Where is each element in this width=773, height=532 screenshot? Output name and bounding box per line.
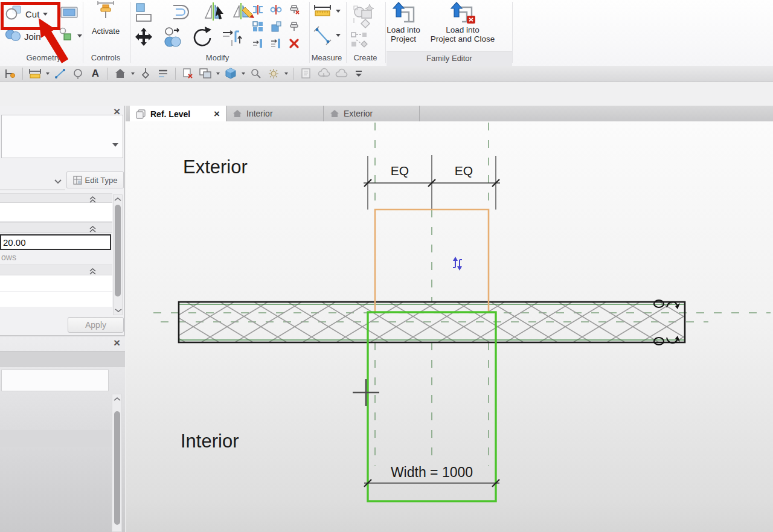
- thin-lines-icon[interactable]: [156, 67, 170, 80]
- aligned-dimension-icon[interactable]: [28, 67, 42, 80]
- close-inactive-windows-icon[interactable]: [181, 67, 194, 80]
- activate-label: Activate: [88, 27, 124, 36]
- interior-label[interactable]: Interior: [181, 431, 239, 452]
- scroll-up-icon[interactable]: [113, 396, 121, 402]
- trim-extend-icon: [221, 27, 245, 48]
- elevation-home-icon: [330, 109, 339, 118]
- create-panel-label: Create: [353, 53, 377, 62]
- panel-separator: [309, 2, 310, 63]
- measure-dropdown-caret[interactable]: [336, 34, 341, 37]
- property-row[interactable]: [0, 275, 112, 307]
- trim-single-button[interactable]: [249, 35, 267, 52]
- geometry-panel-label: Geometry: [26, 53, 60, 62]
- home-view-caret[interactable]: [131, 72, 135, 75]
- trim-multiple-button[interactable]: [267, 35, 285, 52]
- tab-label: Ref. Level: [150, 109, 190, 119]
- clipped-parameter-label: ows: [1, 252, 16, 262]
- array-button[interactable]: [249, 18, 267, 35]
- view-toolbar: A: [0, 66, 773, 82]
- flip-control-icon[interactable]: [453, 257, 462, 271]
- property-section-header[interactable]: [0, 222, 112, 233]
- property-section-header[interactable]: [0, 264, 112, 275]
- rotate-button[interactable]: [191, 25, 215, 50]
- scrollbar-thumb[interactable]: [114, 411, 120, 525]
- render-icon[interactable]: [249, 67, 263, 80]
- section-icon[interactable]: [139, 67, 152, 80]
- wall[interactable]: [179, 302, 685, 342]
- main-area: × Edit Type: [0, 83, 773, 532]
- create-similar-button[interactable]: [350, 31, 368, 48]
- browser-row-band[interactable]: [0, 430, 112, 447]
- home-view-icon[interactable]: [114, 67, 127, 80]
- scroll-up-icon[interactable]: [114, 196, 122, 202]
- switch-windows-icon[interactable]: [199, 67, 212, 80]
- property-row[interactable]: [0, 203, 112, 222]
- panel-separator: [83, 2, 83, 63]
- scroll-down-icon[interactable]: [114, 307, 123, 313]
- tab-interior[interactable]: Interior: [226, 106, 324, 121]
- dimension-button[interactable]: [313, 3, 332, 20]
- text-icon[interactable]: A: [89, 67, 102, 80]
- modify-dimension-pin-icon[interactable]: [4, 67, 17, 80]
- cut-profile-button[interactable]: [59, 5, 80, 23]
- geometry-options-caret[interactable]: [77, 34, 82, 37]
- sun-settings-icon[interactable]: [267, 67, 280, 80]
- eq-label-left[interactable]: EQ: [391, 164, 409, 178]
- sheet-icon[interactable]: [300, 67, 313, 80]
- width-dimension-label[interactable]: Width = 1000: [391, 464, 473, 480]
- tab-close-icon[interactable]: ×: [214, 110, 220, 118]
- tab-ref-level[interactable]: Ref. Level ×: [130, 106, 226, 122]
- tab-exterior[interactable]: Exterior: [324, 106, 420, 121]
- dimension-caret[interactable]: [46, 72, 50, 75]
- parameter-value-input[interactable]: 20.00: [0, 234, 111, 250]
- trim-extend-button[interactable]: [221, 27, 245, 48]
- browser-search-box[interactable]: [1, 370, 109, 391]
- browser-close-button[interactable]: ×: [114, 338, 120, 348]
- offset-button[interactable]: [167, 2, 190, 24]
- scrollbar-thumb[interactable]: [115, 205, 121, 296]
- browser-title-bar[interactable]: [0, 351, 125, 367]
- eq-label-right[interactable]: EQ: [455, 164, 473, 178]
- default-3d-view-caret[interactable]: [242, 72, 245, 75]
- move-button[interactable]: [133, 27, 154, 47]
- width-dimension[interactable]: Width = 1000: [364, 464, 499, 487]
- unpin-button[interactable]: [285, 1, 303, 18]
- type-selector[interactable]: [1, 115, 123, 158]
- geometry-options-button[interactable]: [58, 27, 82, 45]
- measure-line-icon[interactable]: [54, 67, 67, 80]
- pin-button[interactable]: [285, 18, 303, 35]
- scale-button[interactable]: [267, 18, 285, 35]
- edit-type-icon: [73, 176, 82, 185]
- properties-filter-caret[interactable]: [54, 176, 62, 187]
- toolbar-collapse-icon[interactable]: [352, 67, 365, 80]
- align-button[interactable]: [133, 2, 155, 24]
- drawing-canvas[interactable]: EQ EQ Width = 1000 Exterio: [126, 121, 773, 532]
- edit-type-button[interactable]: Edit Type: [66, 171, 124, 188]
- browser-scrollbar[interactable]: [112, 394, 122, 532]
- mirror-axis-button[interactable]: [203, 1, 227, 24]
- property-section-header[interactable]: [0, 193, 112, 203]
- switch-windows-caret[interactable]: [216, 72, 220, 75]
- delete-button[interactable]: [285, 35, 303, 52]
- default-3d-view-icon[interactable]: [224, 67, 237, 80]
- measure-button[interactable]: [313, 25, 332, 46]
- properties-scrollbar[interactable]: [113, 194, 123, 315]
- tag-icon[interactable]: [71, 67, 85, 80]
- dimension-dropdown-caret[interactable]: [336, 10, 341, 13]
- activate-dimensions-button[interactable]: Activate: [88, 1, 124, 36]
- type-selector-caret[interactable]: [112, 139, 118, 150]
- sun-settings-caret[interactable]: [284, 72, 288, 75]
- highlight-rectangle: [1, 2, 60, 30]
- plan-view-icon: [136, 109, 146, 119]
- tab-label: Exterior: [344, 109, 373, 118]
- extrusion-sketch-rectangle[interactable]: [375, 210, 489, 312]
- modify-small-tools: [249, 1, 303, 52]
- apply-button[interactable]: Apply: [68, 317, 124, 333]
- render-in-cloud-icon[interactable]: [317, 67, 330, 80]
- split-with-gap-button[interactable]: [267, 1, 285, 18]
- render-gallery-icon[interactable]: [335, 67, 348, 80]
- exterior-label[interactable]: Exterior: [183, 156, 248, 178]
- copy-button[interactable]: [162, 27, 185, 48]
- load-into-project-and-close-button[interactable]: Load into Project and Close: [427, 1, 498, 43]
- split-element-button[interactable]: [249, 1, 267, 18]
